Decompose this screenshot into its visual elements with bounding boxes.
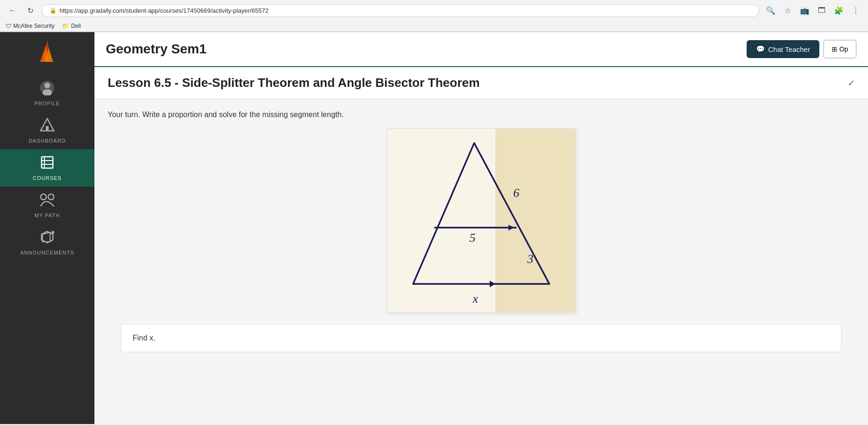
cast-icon-btn[interactable]: 📺 — [798, 4, 811, 17]
svg-point-13 — [48, 194, 54, 200]
bookmarks-bar: 🛡 McAfee Security 📁 Dell — [0, 21, 868, 32]
op-button[interactable]: ⊞ Op — [823, 40, 857, 59]
svg-point-16 — [51, 231, 54, 234]
find-x-box: Find x. — [121, 324, 842, 352]
lock-icon: 🔒 — [50, 7, 57, 14]
svg-point-12 — [41, 194, 46, 200]
lesson-area: Lesson 6.5 - Side-Splitter Theorem and A… — [94, 67, 868, 424]
sidebar-item-profile[interactable]: PROFILE — [0, 75, 94, 112]
sidebar: PROFILE DASHBOARD COURSES — [0, 32, 94, 424]
browser-actions: 🔍 ☆ 📺 🗖 🧩 ⋮ — [764, 4, 862, 17]
star-icon-btn[interactable]: ☆ — [781, 4, 794, 17]
instruction-text: Your turn. Write a proportion and solve … — [108, 110, 855, 119]
svg-text:3: 3 — [527, 252, 533, 266]
geometry-image: 6 5 3 x — [387, 128, 576, 313]
mypath-icon — [39, 192, 56, 211]
columns-icon: ⊞ — [832, 45, 837, 53]
bookmark-dell[interactable]: 📁 Dell — [62, 23, 81, 29]
svg-rect-7 — [46, 126, 49, 131]
svg-rect-8 — [42, 157, 53, 168]
geometry-svg: 6 5 3 x — [387, 129, 575, 312]
app-layout: PROFILE DASHBOARD COURSES — [0, 32, 868, 424]
lesson-check-icon: ✓ — [848, 78, 855, 88]
app-logo — [33, 37, 61, 65]
profile-icon — [40, 80, 55, 99]
content-area: Geometry Sem1 💬 Chat Teacher ⊞ Op Lesson… — [94, 32, 868, 424]
find-x-label: Find x. — [133, 334, 830, 342]
svg-text:6: 6 — [513, 186, 519, 200]
logo-icon — [35, 38, 59, 64]
sidebar-item-label-announcements: ANNOUNCEMENTS — [20, 250, 74, 255]
lesson-body: Your turn. Write a proportion and solve … — [94, 99, 868, 364]
menu-icon-btn[interactable]: ⋮ — [849, 4, 862, 17]
sidebar-item-announcements[interactable]: ANNOUNCEMENTS — [0, 224, 94, 261]
sidebar-item-label-courses: COURSES — [33, 175, 61, 181]
reload-button[interactable]: ↻ — [24, 4, 37, 17]
mcafee-label: McAfee Security — [13, 23, 54, 29]
sidebar-item-mypath[interactable]: MY PATH — [0, 187, 94, 224]
chat-teacher-label: Chat Teacher — [768, 45, 810, 53]
sidebar-item-dashboard[interactable]: DASHBOARD — [0, 112, 94, 149]
dashboard-icon — [40, 118, 55, 136]
svg-text:5: 5 — [469, 231, 476, 245]
chat-icon: 💬 — [756, 45, 765, 53]
sidebar-item-label-profile: PROFILE — [34, 101, 60, 106]
extensions-icon-btn[interactable]: 🧩 — [832, 4, 845, 17]
chat-teacher-button[interactable]: 💬 Chat Teacher — [747, 40, 819, 58]
browser-chrome: ← ↻ 🔒 https://app.gradally.com/student-a… — [0, 0, 868, 32]
url-text: https://app.gradally.com/student-app/cou… — [60, 7, 269, 14]
content-header: Geometry Sem1 💬 Chat Teacher ⊞ Op — [94, 32, 868, 67]
lesson-title: Lesson 6.5 - Side-Splitter Theorem and A… — [108, 76, 480, 90]
sidebar-item-label-dashboard: DASHBOARD — [29, 138, 66, 144]
svg-text:x: x — [472, 292, 478, 306]
dell-icon: 📁 — [62, 23, 69, 29]
lesson-header: Lesson 6.5 - Side-Splitter Theorem and A… — [94, 67, 868, 99]
op-label: Op — [839, 45, 848, 53]
page-title: Geometry Sem1 — [106, 42, 206, 57]
browser-toolbar: ← ↻ 🔒 https://app.gradally.com/student-a… — [0, 0, 868, 21]
bookmark-mcafee[interactable]: 🛡 McAfee Security — [6, 23, 54, 29]
sidebar-item-label-mypath: MY PATH — [34, 212, 60, 218]
courses-icon — [40, 155, 55, 173]
geometry-container: 6 5 3 x — [108, 128, 855, 313]
sidebar-item-courses[interactable]: COURSES — [0, 149, 94, 187]
tab-icon-btn[interactable]: 🗖 — [815, 4, 828, 17]
mcafee-icon: 🛡 — [6, 23, 11, 29]
address-bar[interactable]: 🔒 https://app.gradally.com/student-app/c… — [42, 4, 759, 17]
svg-point-4 — [44, 83, 50, 88]
header-actions: 💬 Chat Teacher ⊞ Op — [747, 40, 857, 59]
dell-label: Dell — [71, 23, 81, 29]
search-icon-btn[interactable]: 🔍 — [764, 4, 777, 17]
back-button[interactable]: ← — [6, 4, 19, 17]
announcements-icon — [40, 230, 55, 248]
